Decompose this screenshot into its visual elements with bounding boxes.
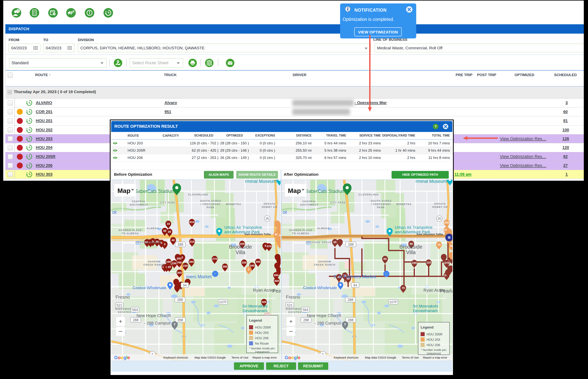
svg-text:ot: ot: [283, 209, 287, 215]
svg-text:Map: Map: [288, 187, 301, 194]
svg-text:Costco Wholesale: Costco Wholesale: [133, 285, 166, 290]
svg-text:260: 260: [189, 260, 194, 263]
svg-text:288: 288: [177, 243, 183, 247]
svg-text:HOU 206: HOU 206: [427, 343, 440, 347]
svg-text:Sam Houston Tollw: Sam Houston Tollw: [416, 233, 443, 236]
svg-text:ot: ot: [112, 209, 116, 215]
svg-text:280: 280: [222, 265, 227, 268]
svg-text:288: 288: [303, 318, 309, 322]
svg-text:3: 3: [265, 244, 266, 247]
svg-text:CITY PARK: CITY PARK: [330, 201, 346, 204]
svg-text:20: 20: [168, 230, 171, 233]
svg-text:Fresno: Fresno: [286, 295, 300, 300]
svg-text:350: 350: [255, 260, 260, 263]
svg-text:20: 20: [334, 240, 337, 244]
svg-text:521: 521: [116, 303, 122, 307]
svg-text:700: 700: [177, 261, 182, 264]
svg-text:70: 70: [402, 286, 405, 289]
svg-text:270: 270: [444, 261, 449, 265]
svg-text:160: 160: [166, 260, 171, 263]
svg-text:270: 270: [212, 257, 217, 260]
svg-text:20: 20: [168, 265, 171, 268]
svg-text:230: 230: [444, 221, 449, 224]
svg-text:Map: Map: [117, 187, 130, 194]
svg-text:610: 610: [189, 220, 194, 223]
svg-text:rminal Museum: rminal Museum: [245, 180, 276, 184]
svg-text:SaberCats Stadium: SaberCats Stadium: [135, 189, 175, 194]
svg-text:HOU 205R: HOU 205R: [427, 332, 443, 336]
svg-text:210: 210: [190, 240, 194, 243]
svg-text:288: 288: [348, 298, 353, 302]
svg-text:ts Farmers Market: ts Farmers Market: [339, 274, 376, 279]
svg-text:Legend: Legend: [249, 318, 262, 322]
svg-text:SaberCats Stadium: SaberCats Stadium: [305, 189, 345, 194]
svg-text:150: 150: [172, 262, 176, 265]
svg-text:Pearlan: Pearlan: [440, 288, 452, 294]
svg-text:35: 35: [266, 217, 269, 221]
svg-text:288: 288: [177, 318, 183, 322]
svg-text:Keyboard shortcuts: Keyboard shortcuts: [163, 356, 188, 359]
svg-text:Google: Google: [114, 355, 130, 360]
svg-text:340: 340: [250, 264, 254, 267]
svg-text:CLOVERLAND: CLOVERLAND: [188, 193, 208, 196]
svg-text:(sequence): (sequence): [427, 352, 441, 355]
svg-text:mers Market: mers Market: [186, 274, 212, 279]
svg-text:?: ?: [17, 10, 19, 13]
svg-text:S: S: [333, 274, 336, 279]
svg-text:370: 370: [267, 245, 271, 248]
svg-text:0: 0: [248, 268, 249, 271]
svg-text:rminal Museum: rminal Museum: [415, 180, 447, 184]
svg-text:35: 35: [438, 217, 441, 221]
svg-text:Costco Wholesale: Costco Wholesale: [303, 285, 337, 290]
svg-text:(sequence): (sequence): [255, 350, 269, 353]
svg-text:🛒: 🛒: [385, 272, 388, 276]
svg-text:Report a map error: Report a map error: [253, 356, 277, 359]
svg-text:Terms of Use: Terms of Use: [231, 356, 248, 359]
svg-text:94: 94: [183, 284, 187, 287]
svg-text:+: +: [34, 47, 35, 49]
svg-text:ALMEDA: ALMEDA: [317, 227, 330, 230]
svg-text:300: 300: [177, 271, 182, 274]
svg-text:60: 60: [383, 257, 387, 260]
svg-text:Sam Houston Tollw: Sam Houston Tollw: [244, 233, 271, 236]
svg-text:30: 30: [163, 229, 166, 232]
svg-text:* Number inside pin:: * Number inside pin:: [421, 348, 447, 351]
svg-text:288: 288: [348, 318, 353, 322]
svg-text:Map data ©2023 Google: Map data ©2023 Google: [194, 356, 226, 359]
svg-text:Sri MeenakshiDevasthanam: Sri MeenakshiDevasthanam: [413, 304, 438, 313]
svg-text:MINNETEX: MINNETEX: [396, 203, 412, 205]
svg-text:420: 420: [261, 300, 266, 303]
svg-text:330: 330: [242, 261, 246, 264]
svg-text:+: +: [68, 47, 69, 49]
svg-text:✝: ✝: [173, 322, 176, 326]
svg-text:ORCHARD GROVE: ORCHARD GROVE: [135, 241, 162, 244]
svg-text:Keyboard shortcuts: Keyboard shortcuts: [334, 356, 358, 359]
svg-text:110: 110: [426, 261, 431, 264]
svg-text:564: 564: [302, 308, 308, 312]
svg-text:- 288 Campus: - 288 Campus: [315, 321, 341, 325]
svg-text:ALMEDA: ALMEDA: [147, 227, 159, 230]
svg-text:Terms of Use: Terms of Use: [402, 356, 419, 359]
svg-text:✝: ✝: [344, 322, 347, 326]
svg-text:MINNETEX: MINNETEX: [226, 203, 241, 205]
svg-text:Fresno: Fresno: [115, 295, 130, 300]
svg-text:230: 230: [183, 264, 188, 267]
svg-text:288: 288: [348, 243, 354, 247]
svg-text:New Hope Church: New Hope Church: [307, 313, 341, 318]
svg-text:New Hope Church: New Hope Church: [136, 313, 171, 318]
svg-text:HOU 206: HOU 206: [255, 336, 269, 340]
svg-text:Sri MeenakshiDevasthanam: Sri MeenakshiDevasthanam: [242, 304, 268, 313]
svg-text:390: 390: [273, 273, 278, 277]
svg-text:HOU 203: HOU 203: [255, 331, 269, 335]
svg-text:107F: 107F: [389, 300, 397, 304]
svg-text:10: 10: [437, 243, 441, 246]
svg-text:10: 10: [167, 222, 170, 225]
svg-text:- 288 Campus: - 288 Campus: [144, 321, 170, 325]
svg-text:521: 521: [287, 303, 293, 307]
svg-text:* Number inside pin:: * Number inside pin:: [249, 347, 275, 350]
svg-text:400: 400: [274, 279, 279, 283]
svg-text:Google: Google: [285, 355, 301, 360]
svg-text:288: 288: [133, 318, 139, 322]
svg-text:🛒: 🛒: [213, 272, 217, 276]
svg-text:HOU 203: HOU 203: [427, 338, 440, 342]
